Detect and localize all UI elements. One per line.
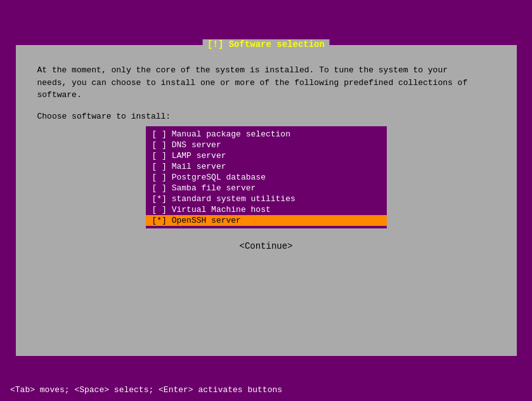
choose-label: Choose software to install:	[37, 112, 495, 121]
continue-area: <Continue>	[37, 241, 495, 251]
package-item[interactable]: [ ] PostgreSQL database	[146, 172, 387, 183]
status-text: <Tab> moves; <Space> selects; <Enter> ac…	[10, 385, 282, 395]
desc-line2: needs, you can choose to install one or …	[37, 77, 495, 89]
package-item[interactable]: [*] standard system utilities	[146, 194, 387, 204]
desc-line3: software.	[37, 89, 495, 102]
description: At the moment, only the core of the syst…	[37, 64, 495, 102]
continue-button[interactable]: <Continue>	[239, 241, 292, 251]
dialog-title: [!] Software selection	[202, 39, 330, 49]
package-item[interactable]: [ ] Samba file server	[146, 183, 387, 194]
dialog-window: [!] Software selection At the moment, on…	[16, 45, 517, 356]
package-item[interactable]: [*] OpenSSH server	[146, 215, 387, 226]
package-item[interactable]: [ ] LAMP server	[146, 150, 387, 161]
package-item[interactable]: [ ] Mail server	[146, 161, 387, 172]
dialog-content: At the moment, only the core of the syst…	[25, 54, 508, 347]
desc-line1: At the moment, only the core of the syst…	[37, 64, 495, 77]
package-list: [ ] Manual package selection[ ] DNS serv…	[146, 126, 387, 228]
package-item[interactable]: [ ] Virtual Machine host	[146, 204, 387, 215]
package-item[interactable]: [ ] Manual package selection	[146, 129, 387, 140]
status-bar: <Tab> moves; <Space> selects; <Enter> ac…	[0, 385, 532, 395]
dialog-title-text: [!] Software selection	[207, 39, 325, 49]
package-item[interactable]: [ ] DNS server	[146, 140, 387, 150]
